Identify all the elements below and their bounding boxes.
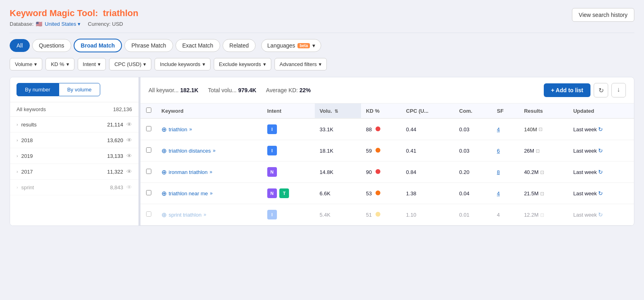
refresh-row-icon-3[interactable]: ↻ <box>598 190 603 197</box>
tab-phrase-match[interactable]: Phrase Match <box>124 39 173 52</box>
sidebar-item-count-sprint: 8,843 <box>110 184 123 190</box>
sidebar-resize-handle[interactable] <box>139 77 140 226</box>
keyword-arrow-icon: » <box>204 212 206 217</box>
row-checkbox-4[interactable] <box>146 211 151 217</box>
database-value: United States <box>45 21 76 27</box>
row-checkbox-3[interactable] <box>146 190 151 195</box>
all-keywords-value: 182.1K <box>180 87 198 93</box>
td-sf-1: 6 <box>492 140 519 161</box>
tab-related[interactable]: Related <box>223 39 256 52</box>
database-link[interactable]: United States ▾ <box>45 21 80 27</box>
filter-exclude[interactable]: Exclude keywords ▾ <box>214 58 271 70</box>
td-volume-2: 14.8K <box>315 161 361 183</box>
languages-label: Languages <box>267 42 295 49</box>
th-volume[interactable]: Volu. ⇅ <box>315 103 361 118</box>
td-intent-1: I <box>262 140 315 161</box>
td-updated-0: Last week ↻ <box>568 118 634 140</box>
title-area: Keyword Magic Tool: triathlon Database: … <box>10 8 138 27</box>
tab-all[interactable]: All <box>10 39 30 52</box>
td-sf-3: 4 <box>492 183 519 204</box>
keyword-text-0: triathlon <box>169 126 187 132</box>
subtitle: Database: 🇺🇸 United States ▾ Currency: U… <box>10 21 138 27</box>
td-updated-4: Last week ↻ <box>568 204 634 226</box>
filter-advanced[interactable]: Advanced filters ▾ <box>275 58 327 70</box>
tab-exact-match[interactable]: Exact Match <box>175 39 220 52</box>
keyword-link-ironman[interactable]: ⊕ ironman triathlon » <box>161 168 258 176</box>
intent-badge-t: T <box>279 188 289 198</box>
exclude-dropdown-icon: ▾ <box>263 61 266 67</box>
td-kd-3: 53 <box>361 183 401 204</box>
row-checkbox-1[interactable] <box>146 147 151 153</box>
chevron-right-icon: › <box>17 185 18 190</box>
filter-cpc[interactable]: CPC (USD) ▾ <box>109 58 151 70</box>
tab-questions[interactable]: Questions <box>32 39 71 52</box>
td-updated-2: Last week ↻ <box>568 161 634 183</box>
filter-volume[interactable]: Volume ▾ <box>10 58 42 70</box>
refresh-row-icon-2[interactable]: ↻ <box>598 169 603 175</box>
eye-icon-sprint[interactable]: 👁 <box>126 184 132 190</box>
toggle-by-volume[interactable]: By volume <box>59 83 100 96</box>
eye-icon-results[interactable]: 👁 <box>126 121 132 128</box>
results-icon-4: ⊡ <box>540 212 544 218</box>
keyword-link-triathlon[interactable]: ⊕ triathlon » <box>161 126 258 133</box>
sidebar-item-2017[interactable]: › 2017 11,322 👁 <box>10 164 138 180</box>
td-kd-4: 51 <box>361 204 401 226</box>
select-all-checkbox[interactable] <box>146 108 151 113</box>
filter-intent[interactable]: Intent ▾ <box>78 58 106 70</box>
title-keyword: triathlon <box>103 8 138 18</box>
chevron-right-icon: › <box>17 138 18 143</box>
th-sf: SF <box>492 103 519 118</box>
sidebar-item-sprint[interactable]: › sprint 8,843 👁 <box>10 180 138 195</box>
intent-badge-n: N <box>267 167 277 177</box>
filter-row: Volume ▾ KD % ▾ Intent ▾ CPC (USD) ▾ Inc… <box>10 58 634 70</box>
th-kd: KD % <box>361 103 401 118</box>
td-com-1: 0.03 <box>454 140 492 161</box>
kd-dot-0 <box>376 126 380 131</box>
refresh-button[interactable]: ↻ <box>594 83 608 97</box>
sidebar-item-results[interactable]: › results 21,114 👁 <box>10 117 138 132</box>
keyword-link-triathlon-distances[interactable]: ⊕ triathlon distances » <box>161 147 258 155</box>
table-row-dimmed: ⊕ sprint triathlon » I 5.4K <box>140 204 634 226</box>
sidebar-item-label-2017: 2017 <box>21 169 104 175</box>
toggle-by-number[interactable]: By number <box>17 83 59 96</box>
keyword-link-sprint[interactable]: ⊕ sprint triathlon » <box>161 211 258 219</box>
td-sf-0: 4 <box>492 118 519 140</box>
intent-badge-i: I <box>267 146 277 155</box>
add-to-list-button[interactable]: + Add to list <box>544 83 590 97</box>
database-label: Database: <box>10 21 33 27</box>
sidebar-item-2019[interactable]: › 2019 13,133 👁 <box>10 148 138 164</box>
eye-icon-2019[interactable]: 👁 <box>126 153 132 159</box>
eye-icon-2018[interactable]: 👁 <box>126 137 132 143</box>
td-volume-0: 33.1K <box>315 118 361 140</box>
tab-broad-match[interactable]: Broad Match <box>74 39 122 52</box>
kd-dot-3 <box>376 190 380 195</box>
td-intent-2: N <box>262 161 315 183</box>
languages-button[interactable]: Languages beta ▾ <box>261 39 321 52</box>
table-header: Keyword Intent Volu. ⇅ KD % <box>140 103 634 118</box>
refresh-row-icon-4[interactable]: ↻ <box>598 211 603 218</box>
td-cpc-1: 0.41 <box>401 140 454 161</box>
row-checkbox-2[interactable] <box>146 169 151 174</box>
sidebar-item-2018[interactable]: › 2018 13,620 👁 <box>10 132 138 148</box>
row-checkbox-0[interactable] <box>146 126 151 131</box>
content-area: By number By volume All keywords 182,136… <box>10 77 634 226</box>
keyword-link-near-me[interactable]: ⊕ triathlon near me » <box>161 190 258 197</box>
td-updated-1: Last week ↻ <box>568 140 634 161</box>
filter-kd[interactable]: KD % ▾ <box>45 58 74 70</box>
page-wrapper: Keyword Magic Tool: triathlon Database: … <box>0 0 644 300</box>
view-history-button[interactable]: View search history <box>572 8 634 22</box>
td-keyword-4: ⊕ sprint triathlon » <box>157 204 262 226</box>
sidebar: By number By volume All keywords 182,136… <box>10 77 139 226</box>
filter-include[interactable]: Include keywords ▾ <box>155 58 210 70</box>
th-intent: Intent <box>262 103 315 118</box>
refresh-row-icon-1[interactable]: ↻ <box>598 147 603 154</box>
main-content: All keywor... 182.1K Total volu... 979.4… <box>140 77 634 226</box>
volume-dropdown-icon: ▾ <box>34 61 37 67</box>
td-com-2: 0.20 <box>454 161 492 183</box>
export-button[interactable]: ↑ <box>611 83 626 97</box>
eye-icon-2017[interactable]: 👁 <box>126 168 132 175</box>
sidebar-header-label: All keywords <box>17 106 46 112</box>
refresh-row-icon-0[interactable]: ↻ <box>598 126 603 132</box>
td-intent-3: N T <box>262 183 315 204</box>
intent-badge-n: N <box>267 188 277 198</box>
